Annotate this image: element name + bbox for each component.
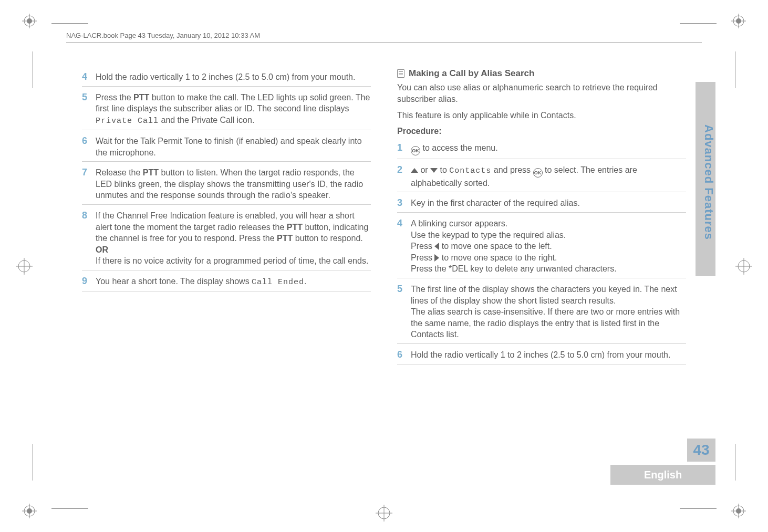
step-body: Press the PTT button to make the call. T… [96,92,371,127]
step-number: 9 [82,276,96,288]
section-title: Making a Call by Alias Search [409,68,534,79]
step-number: 6 [82,135,96,158]
step-number: 4 [397,218,411,275]
crop-mark [680,508,717,509]
step-body: Hold the radio vertically 1 to 2 inches … [411,349,686,361]
step-body: OK to access the menu. [411,142,686,155]
crop-mark [33,444,33,481]
crosshair-icon [735,258,752,275]
procedure-step: 5Press the PTT button to make the call. … [82,89,371,130]
procedure-step: 3Key in the first character of the requi… [397,194,686,213]
crop-mark [51,508,88,509]
registration-mark-icon [731,14,746,28]
page-header: NAG-LACR.book Page 43 Tuesday, January 1… [66,29,702,43]
registration-mark-icon [22,14,37,28]
crosshair-icon [376,505,392,521]
crosshair-icon [16,258,33,275]
crop-mark [680,23,717,24]
crop-mark [735,444,735,481]
step-body: or to Contacts and press OK to select. T… [411,164,686,189]
side-tab: Advanced Features [696,82,715,276]
procedure-step: 8If the Channel Free Indication feature … [82,207,371,270]
step-body: Key in the first character of the requir… [411,197,686,209]
step-body: Wait for the Talk Permit Tone to finish … [96,135,371,158]
page-number: 43 [687,439,715,462]
crop-mark [33,51,33,88]
step-body: Release the PTT button to listen. When t… [96,167,371,201]
step-body: Hold the radio vertically 1 to 2 inches … [96,71,371,83]
step-number: 3 [397,197,411,209]
procedure-label: Procedure: [397,127,686,136]
registration-mark-icon [731,504,746,518]
procedure-step: 4A blinking cursor appears.Use the keypa… [397,215,686,278]
step-number: 7 [82,167,96,201]
intro-paragraph: You can also use alias or alphanumeric s… [397,82,686,105]
content-area: 4Hold the radio vertically 1 to 2 inches… [82,68,686,469]
procedure-step: 7Release the PTT button to listen. When … [82,164,371,205]
intro-paragraph: This feature is only applicable while in… [397,110,686,121]
step-number: 6 [397,349,411,361]
section-heading: Making a Call by Alias Search [397,68,686,79]
header-text: NAG-LACR.book Page 43 Tuesday, January 1… [66,32,260,39]
procedure-step: 4Hold the radio vertically 1 to 2 inches… [82,68,371,87]
procedure-step: 9You hear a short tone. The display show… [82,273,371,291]
left-column: 4Hold the radio vertically 1 to 2 inches… [82,68,371,469]
registration-mark-icon [22,504,37,518]
procedure-step: 6Hold the radio vertically 1 to 2 inches… [397,346,686,364]
procedure-step: 1OK to access the menu. [397,139,686,159]
procedure-step: 6Wait for the Talk Permit Tone to finish… [82,132,371,162]
step-number: 1 [397,142,411,155]
procedure-step: 5The first line of the display shows the… [397,280,686,344]
procedure-step: 2 or to Contacts and press OK to select.… [397,161,686,193]
language-label: English [610,465,715,485]
crop-mark [735,51,735,88]
step-body: A blinking cursor appears.Use the keypad… [411,218,686,275]
step-number: 2 [397,164,411,189]
step-body: The first line of the display shows the … [411,284,686,340]
step-number: 4 [82,71,96,83]
step-body: If the Channel Free Indication feature i… [96,210,371,267]
list-icon [397,69,404,78]
step-number: 8 [82,210,96,267]
step-number: 5 [397,284,411,340]
crop-mark [51,23,88,24]
step-number: 5 [82,92,96,127]
right-column: Making a Call by Alias Search You can al… [397,68,686,469]
step-body: You hear a short tone. The display shows… [96,276,371,288]
